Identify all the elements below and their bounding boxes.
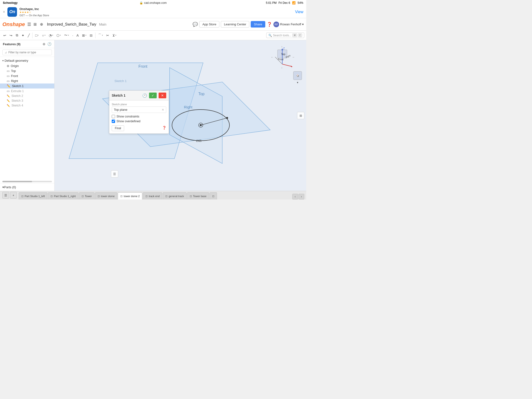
tree-item-sketch4[interactable]: ✏️ Sketch 4 [0,103,54,108]
floating-right-icon[interactable]: ⊞ [297,112,304,119]
sketch3-label: Sketch 3 [12,99,23,102]
tab-nav-left-button[interactable]: ‹ [292,194,298,200]
final-button[interactable]: Final [112,125,124,131]
line-tool[interactable]: ╱ [26,32,31,38]
text-tool[interactable]: A [75,32,80,38]
tree-item-origin[interactable]: ⊕ Origin [0,63,54,68]
tab-label: track end [149,195,159,198]
undo-button[interactable]: ↩ [2,32,8,38]
view-cube[interactable]: 🎲 [293,71,302,80]
tab-nav-right-button[interactable]: › [298,194,304,200]
share-button[interactable]: Share [251,21,265,27]
tree-item-extrude1[interactable]: ▭ Extrude 1 [0,89,54,94]
tab-tower-dome-2[interactable]: ⊡ tower dome 2 [118,192,142,200]
arc-tool[interactable]: ◔ ▾ [47,32,55,38]
learning-center-button[interactable]: Learning Center [221,21,249,27]
clock-icon[interactable]: 🕐 [142,93,147,98]
panel-add-icon[interactable]: ⊕ [43,42,45,46]
tab-part-studio-1-right[interactable]: ⊡ Part Studio 1_right [48,192,78,200]
tab-track-end[interactable]: ⊡ track end [143,192,162,200]
sketch4-icon: ✏️ [7,104,10,107]
sketch-cancel-button[interactable]: ✕ [158,93,166,98]
filter-input[interactable] [8,51,50,54]
default-geometry-section[interactable]: ▾ Default geometry [0,58,54,63]
tools-icon[interactable]: ⊕ [39,21,44,27]
date-label: Fri Dec 6 [279,1,290,5]
right-plane-icon: ▭ [7,79,10,83]
tab-label: Part Studio 1_right [54,195,76,198]
feature-tree: ▾ Default geometry ⊕ Origin ▭ Top ▭ Fron… [0,57,54,181]
search-tools-input[interactable]: 🔍 Search tools... ⌘ C [266,32,304,38]
filter-icon: ⊿ [5,51,7,54]
view-controls: 🎲 ▾ [293,71,302,84]
chat-icon[interactable]: 💬 [193,22,198,27]
rectangle-tool[interactable]: □ ▾ [34,32,40,38]
tab-tower-base[interactable]: ⊡ Tower base [187,192,209,200]
battery-label: 54% [298,1,303,5]
tab-extra[interactable]: ⊡ [209,192,217,200]
banner-view-button[interactable]: View [295,10,303,14]
tab-icon: ⊡ [190,195,192,198]
hamburger-menu-button[interactable]: ☰ [27,22,31,27]
svg-marker-2 [170,68,222,164]
app-company-name: Onshape, Inc [19,7,292,11]
point-tool[interactable]: · [71,32,75,38]
parts-header[interactable]: ▾ Parts (0) [0,184,54,190]
sketch-plane-field: Top plane ✕ [112,107,166,113]
panel-scrollbar[interactable] [2,181,52,182]
svg-text:←: ← [271,56,274,59]
schoology-label: Schoology [3,1,18,5]
floating-list-icon[interactable]: ☰ [111,170,118,177]
help-button[interactable]: ❓ [267,22,272,27]
tree-item-top[interactable]: ▭ Top [0,68,54,73]
viewport[interactable]: Front Top Right Sketch 1 ∅65 Top Front [55,40,306,191]
show-overdefined-checkbox[interactable] [112,120,115,123]
parts-chevron-icon: ▾ [2,185,4,189]
features-icon[interactable]: ⊞ [32,21,38,27]
view-chevron-icon[interactable]: ▾ [297,81,298,84]
tree-item-front[interactable]: ▭ Front [0,73,54,78]
redo-button[interactable]: ↪ [8,32,14,38]
svg-line-10 [201,118,227,125]
tab-nav: ‹ › [292,194,305,200]
origin-icon: ⊕ [7,64,9,68]
help-icon[interactable]: ❓ [162,126,166,130]
magic-button[interactable]: ✦ [20,32,26,38]
banner-close-button[interactable]: × [3,10,5,14]
tab-tower[interactable]: ⊡ Tower [79,192,95,200]
show-constraints-checkbox[interactable] [112,115,115,118]
user-menu[interactable]: RF Rowan Fenhoff ▾ [273,22,304,27]
fillet-tool[interactable]: ⌒ ▾ [97,32,104,38]
app-icon-text: On [9,9,15,14]
spline-tool[interactable]: 〜 ▾ [63,32,70,38]
transform-tool[interactable]: ⊞ ▾ [81,32,88,38]
tab-label: tower dome [101,195,114,198]
tree-item-sketch1[interactable]: ✏️ Sketch 1 [0,83,54,89]
tree-item-sketch2[interactable]: ✏️ Sketch 2 [0,94,54,98]
canvas-svg: Front Top Right Sketch 1 ∅65 [55,40,306,191]
lock-icon: 🔒 [139,1,143,5]
tabs-menu-button[interactable]: ☰ [2,192,9,199]
trim-tool[interactable]: ✂ [105,32,111,38]
tree-item-right[interactable]: ▭ Right [0,78,54,83]
circle-tool[interactable]: ○ ▾ [40,32,47,38]
copy-button[interactable]: ⧉ [14,32,20,38]
svg-text:Right: Right [184,105,193,109]
constraint-tool[interactable]: ⊻ ▾ [111,32,118,38]
polygon-tool[interactable]: ⬡ ▾ [55,32,62,38]
3d-gizmo[interactable]: Top Front Right Z ↓ ← → ↑ [270,45,294,69]
sketch4-label: Sketch 4 [12,104,23,107]
feature-panel: Features (9) ⊕ 🕐 ⊿ ▾ Default geometry ⊕ … [0,40,55,191]
tab-icon: ⊡ [165,195,167,198]
sketch-plane-clear-button[interactable]: ✕ [162,108,164,111]
sketch-panel-header: Sketch 1 🕐 ✓ ✕ [109,91,169,101]
tab-tower-dome[interactable]: ⊡ tower dome [95,192,117,200]
tabs-add-button[interactable]: + [10,192,17,199]
app-store-button[interactable]: App Store [199,21,219,27]
tree-item-sketch3[interactable]: ✏️ Sketch 3 [0,98,54,103]
align-tool[interactable]: ⊟ [88,32,94,38]
sketch-confirm-button[interactable]: ✓ [149,93,157,98]
panel-history-icon[interactable]: 🕐 [47,42,51,46]
tab-part-studio-1-left[interactable]: ⊡ Part Studio 1_left [19,192,47,200]
tab-general-track[interactable]: ⊡ general track [163,192,187,200]
